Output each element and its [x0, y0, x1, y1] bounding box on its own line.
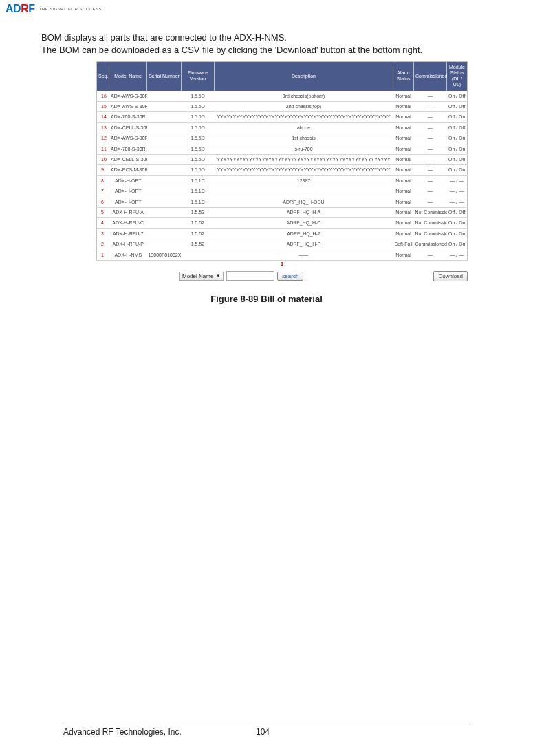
cell-model: ADX-H-RFU-P [109, 239, 147, 250]
table-row: 10ADX-CELL-S-30R1.5.5DYYYYYYYYYYYYYYYYYY… [97, 155, 468, 165]
cell-model: ADX-H-OPT [109, 197, 147, 207]
cell-comm: — [414, 186, 447, 197]
table-row: 16ADX-AWS-S-30R1.5.5D3rd chassis(bottom)… [97, 91, 468, 101]
filter-dropdown[interactable]: Model Name ▼ [179, 272, 224, 281]
cell-model: ADX-CELL-S-30R [109, 122, 147, 133]
figure-caption: Figure 8-89 Bill of material [0, 294, 533, 304]
cell-fw: 1.5.5D [182, 165, 215, 175]
cell-seq: 2 [97, 239, 109, 250]
cell-comm: — [414, 250, 447, 260]
cell-desc: ADRF_HQ_H-C [215, 218, 393, 228]
table-row: 14ADX-700-S-30R1.5.5DYYYYYYYYYYYYYYYYYYY… [97, 112, 468, 122]
cell-mod: On / On [447, 165, 468, 175]
cell-fw: 1.5.5D [182, 155, 215, 165]
cell-alarm: Normal [393, 207, 414, 217]
cell-desc: ADRF_HQ_H-P [215, 239, 393, 250]
cell-desc: s-ru-700 [215, 144, 393, 154]
cell-seq: 12 [97, 133, 109, 144]
cell-mod: Off / Off [447, 207, 468, 217]
cell-serial [147, 144, 182, 154]
cell-alarm: Normal [393, 112, 414, 122]
cell-desc: YYYYYYYYYYYYYYYYYYYYYYYYYYYYYYYYYYYYYYYY… [215, 165, 393, 175]
download-button[interactable]: Download [433, 271, 468, 281]
cell-mod: Off / Off [447, 122, 468, 133]
cell-serial [147, 155, 182, 165]
cell-mod: On / On [447, 218, 468, 228]
cell-alarm: Normal [393, 165, 414, 175]
cell-mod: On / On [447, 133, 468, 144]
table-row: 6ADX-H-OPT1.5.1CADRF_HQ_H-ODUNormal—— / … [97, 197, 468, 207]
cell-comm: — [414, 144, 447, 154]
intro-text: BOM displays all parts that are connecte… [41, 32, 492, 56]
th-model: Model Name [109, 62, 147, 91]
cell-model: ADX-PCS-M-30R [109, 165, 147, 175]
cell-seq: 10 [97, 155, 109, 165]
cell-mod: On / Off [447, 91, 468, 101]
th-desc: Description [215, 62, 393, 91]
cell-serial [147, 165, 182, 175]
cell-alarm: Normal [393, 218, 414, 228]
cell-serial [147, 102, 182, 112]
cell-fw: 1.5.1C [182, 175, 215, 186]
cell-fw: 1.5.52 [182, 218, 215, 228]
cell-mod: On / On [447, 144, 468, 154]
cell-serial [147, 207, 182, 217]
cell-fw: 1.5.52 [182, 207, 215, 217]
cell-serial [147, 122, 182, 133]
cell-fw: 1.5.52 [182, 228, 215, 239]
cell-alarm: Normal [393, 175, 414, 186]
cell-alarm: Normal [393, 155, 414, 165]
search-input[interactable] [226, 271, 274, 281]
cell-desc: ADRF_HQ_H-A [215, 207, 393, 217]
cell-comm: — [414, 175, 447, 186]
cell-mod: — / — [447, 175, 468, 186]
cell-desc: —— [215, 250, 393, 260]
cell-alarm: Soft-Fail [393, 239, 414, 250]
cell-comm: — [414, 165, 447, 175]
controls-row: Model Name ▼ search Download [96, 271, 468, 281]
cell-mod: Off / On [447, 112, 468, 122]
table-row: 11ADX-700-S-30R1.5.5Ds-ru-700Normal—On /… [97, 144, 468, 154]
cell-model: ADX-H-RFU-C [109, 218, 147, 228]
cell-fw: 1.5.5D [182, 112, 215, 122]
cell-desc [215, 186, 393, 197]
cell-serial [147, 228, 182, 239]
cell-comm: Not Commissioned [414, 218, 447, 228]
search-button[interactable]: search [277, 272, 303, 281]
cell-serial [147, 133, 182, 144]
cell-alarm: Normal [393, 102, 414, 112]
cell-fw: 1.5.52 [182, 239, 215, 250]
cell-fw: 1.5.1C [182, 186, 215, 197]
table-row: 4ADX-H-RFU-C1.5.52ADRF_HQ_H-CNormalNot C… [97, 218, 468, 228]
cell-serial [147, 175, 182, 186]
cell-desc: ADRF_HQ_H-7 [215, 228, 393, 239]
cell-seq: 5 [97, 207, 109, 217]
cell-comm: — [414, 102, 447, 112]
table-row: 8ADX-H-OPT1.5.1C12387Normal—— / — [97, 175, 468, 186]
cell-comm: — [414, 122, 447, 133]
cell-desc: 2nd chassis(top) [215, 102, 393, 112]
cell-serial [147, 186, 182, 197]
cell-serial [147, 218, 182, 228]
cell-fw: 1.5.5D [182, 133, 215, 144]
pager: 1 [96, 261, 468, 267]
table-row: 15ADX-AWS-S-30R1.5.5D2nd chassis(top)Nor… [97, 102, 468, 112]
cell-serial [147, 239, 182, 250]
cell-model: ADX-AWS-S-30R [109, 91, 147, 101]
cell-desc: ADRF_HQ_H-ODU [215, 197, 393, 207]
cell-desc: 1st chassis [215, 133, 393, 144]
table-row: 3ADX-H-RFU-71.5.52ADRF_HQ_H-7NormalNot C… [97, 228, 468, 239]
cell-seq: 11 [97, 144, 109, 154]
table-row: 2ADX-H-RFU-P1.5.52ADRF_HQ_H-PSoft-FailCo… [97, 239, 468, 250]
intro-line-2: The BOM can be downloaded as a CSV file … [41, 44, 492, 56]
cell-comm: — [414, 133, 447, 144]
cell-mod: Off / Off [447, 102, 468, 112]
cell-comm: — [414, 155, 447, 165]
cell-seq: 15 [97, 102, 109, 112]
cell-seq: 16 [97, 91, 109, 101]
cell-seq: 4 [97, 218, 109, 228]
cell-mod: — / — [447, 186, 468, 197]
page-number[interactable]: 1 [281, 261, 283, 267]
cell-serial [147, 112, 182, 122]
cell-mod: On / On [447, 155, 468, 165]
